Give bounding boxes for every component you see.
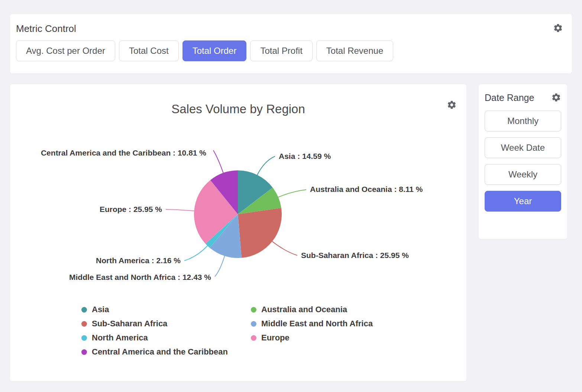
chart-settings-gear-icon[interactable] [447, 100, 457, 110]
legend-item-central-america-and-the-caribbean[interactable]: Central America and the Caribbean [81, 345, 251, 359]
legend-label: Asia [92, 305, 109, 314]
pie-label-line-australia-and-oceania [278, 190, 306, 197]
metric-control-card: Metric Control Avg. Cost per OrderTotal … [10, 14, 572, 74]
metric-button-total-order[interactable]: Total Order [182, 40, 247, 61]
legend-column-2: Australia and OceaniaMiddle East and Nor… [251, 303, 373, 359]
legend-dot-central-america-and-the-caribbean [81, 349, 87, 355]
date-range-button-weekly[interactable]: Weekly [485, 164, 561, 185]
legend-dot-australia-and-oceania [251, 307, 256, 313]
pie-label-line-europe [166, 209, 195, 211]
pie-label-line-asia [257, 156, 275, 176]
pie-label-europe: Europe : 25.95 % [100, 205, 162, 213]
chart-legend: AsiaSub-Saharan AfricaNorth AmericaCentr… [81, 303, 373, 359]
legend-label: Europe [261, 333, 290, 343]
metric-button-total-profit[interactable]: Total Profit [250, 40, 312, 61]
chart-card: Sales Volume by Region Asia : 14.59 %Aus… [10, 84, 466, 381]
date-range-gear-icon[interactable] [551, 92, 561, 102]
legend-dot-middle-east-and-north-africa [251, 321, 256, 327]
metric-button-total-revenue[interactable]: Total Revenue [316, 40, 393, 61]
metric-buttons: Avg. Cost per OrderTotal CostTotal Order… [16, 40, 563, 61]
pie-label-middle-east-and-north-africa: Middle East and North Africa : 12.43 % [69, 273, 211, 281]
pie-label-line-middle-east-and-north-africa [215, 255, 225, 277]
legend-label: Middle East and North Africa [261, 319, 373, 329]
metric-button-total-cost[interactable]: Total Cost [119, 40, 179, 61]
pie-slice-sub-saharan-africa[interactable] [238, 208, 282, 258]
legend-item-north-america[interactable]: North America [81, 331, 251, 345]
legend-label: North America [92, 333, 148, 343]
legend-item-middle-east-and-north-africa[interactable]: Middle East and North Africa [251, 317, 373, 331]
date-range-buttons: MonthlyWeek DateWeeklyYear [485, 111, 561, 212]
legend-dot-europe [251, 335, 256, 341]
metric-settings-gear-icon[interactable] [553, 23, 563, 33]
chart-title: Sales Volume by Region [10, 102, 466, 116]
legend-dot-asia [81, 307, 87, 313]
pie-label-line-north-america [184, 245, 208, 261]
legend-dot-north-america [81, 335, 87, 341]
legend-column-1: AsiaSub-Saharan AfricaNorth AmericaCentr… [81, 303, 251, 359]
date-range-button-monthly[interactable]: Monthly [485, 111, 561, 131]
pie-label-sub-saharan-africa: Sub-Saharan Africa : 25.95 % [301, 251, 409, 259]
legend-label: Central America and the Caribbean [92, 347, 228, 357]
pie-label-line-central-america-and-the-caribbean [213, 150, 223, 174]
date-range-title: Date Range [485, 92, 534, 103]
metric-control-title: Metric Control [16, 23, 76, 35]
metric-button-avg-cost-per-order[interactable]: Avg. Cost per Order [16, 40, 115, 61]
pie-label-line-sub-saharan-africa [272, 241, 297, 255]
legend-dot-sub-saharan-africa [81, 321, 87, 327]
legend-item-asia[interactable]: Asia [81, 303, 251, 317]
date-range-button-year[interactable]: Year [485, 191, 561, 212]
legend-label: Sub-Saharan Africa [92, 319, 167, 329]
legend-item-sub-saharan-africa[interactable]: Sub-Saharan Africa [81, 317, 251, 331]
legend-label: Australia and Oceania [261, 305, 347, 314]
pie-label-north-america: North America : 2.16 % [96, 256, 181, 265]
date-range-button-week-date[interactable]: Week Date [485, 137, 561, 158]
date-range-card: Date Range MonthlyWeek DateWeeklyYear [479, 84, 567, 239]
pie-label-australia-and-oceania: Australia and Oceania : 8.11 % [310, 185, 423, 193]
legend-item-europe[interactable]: Europe [251, 331, 373, 345]
pie-label-central-america-and-the-caribbean: Central America and the Caribbean : 10.8… [41, 148, 206, 157]
legend-item-australia-and-oceania[interactable]: Australia and Oceania [251, 303, 373, 317]
pie-label-asia: Asia : 14.59 % [279, 152, 331, 160]
